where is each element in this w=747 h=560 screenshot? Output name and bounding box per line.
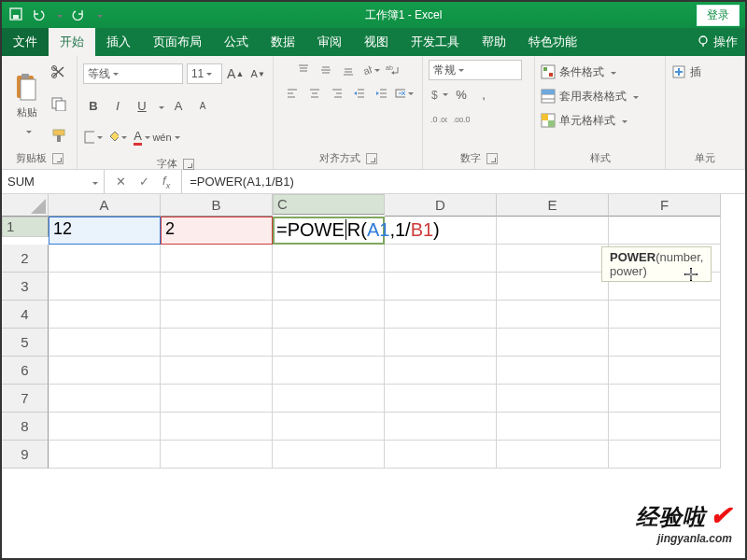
- row-head-2[interactable]: 2: [2, 245, 49, 273]
- undo-icon[interactable]: [32, 7, 45, 23]
- row-head-7[interactable]: 7: [2, 385, 49, 413]
- font-launcher-icon[interactable]: [183, 159, 194, 170]
- cell[interactable]: [49, 273, 161, 301]
- format-painter-icon[interactable]: [50, 128, 71, 145]
- cell[interactable]: [273, 385, 385, 413]
- cell[interactable]: [497, 441, 609, 469]
- cell[interactable]: [161, 357, 273, 385]
- cell[interactable]: [609, 301, 721, 329]
- row-head-6[interactable]: 6: [2, 357, 49, 385]
- row-head-8[interactable]: 8: [2, 413, 49, 441]
- tab-view[interactable]: 视图: [353, 28, 400, 56]
- cell[interactable]: [385, 301, 497, 329]
- orientation-icon[interactable]: ab: [360, 60, 381, 80]
- redo-icon[interactable]: [72, 7, 85, 23]
- cell[interactable]: [49, 357, 161, 385]
- cell[interactable]: [273, 329, 385, 357]
- tab-help[interactable]: 帮助: [471, 28, 517, 56]
- align-launcher-icon[interactable]: [366, 153, 377, 164]
- cell[interactable]: [609, 357, 721, 385]
- tab-special[interactable]: 特色功能: [517, 28, 588, 56]
- increase-font-icon[interactable]: A▲: [226, 63, 245, 84]
- cell[interactable]: [161, 301, 273, 329]
- tab-formulas[interactable]: 公式: [213, 28, 260, 56]
- save-icon[interactable]: [9, 7, 22, 23]
- align-bottom-icon[interactable]: [338, 60, 359, 80]
- cancel-icon[interactable]: ✕: [116, 175, 126, 189]
- select-all-corner[interactable]: [2, 194, 49, 217]
- cell[interactable]: [609, 441, 721, 469]
- font-name-select[interactable]: 等线: [83, 63, 183, 84]
- number-format-select[interactable]: 常规: [429, 60, 522, 80]
- underline-button[interactable]: U: [132, 95, 152, 116]
- login-button[interactable]: 登录: [697, 5, 740, 26]
- decrease-font-icon[interactable]: A▼: [248, 63, 267, 84]
- cell-A1[interactable]: 12: [49, 217, 161, 245]
- currency-icon[interactable]: $: [429, 84, 449, 105]
- cell[interactable]: [385, 385, 497, 413]
- tab-file[interactable]: 文件: [2, 28, 49, 56]
- cell[interactable]: [273, 245, 385, 273]
- cell[interactable]: [497, 301, 609, 329]
- cell[interactable]: [49, 301, 161, 329]
- border-button[interactable]: [83, 127, 104, 147]
- tab-review[interactable]: 审阅: [306, 28, 353, 56]
- increase-indent-icon[interactable]: [372, 83, 392, 104]
- copy-icon[interactable]: [50, 96, 71, 113]
- cell[interactable]: [49, 329, 161, 357]
- conditional-format-button[interactable]: 条件格式: [541, 60, 659, 84]
- col-B[interactable]: B: [161, 194, 273, 217]
- font-size-select[interactable]: 11: [187, 63, 222, 84]
- cell-styles-button[interactable]: 单元格样式: [541, 108, 659, 133]
- percent-icon[interactable]: %: [451, 84, 472, 105]
- cell-B1[interactable]: 2: [161, 217, 273, 245]
- tab-insert[interactable]: 插入: [95, 28, 142, 56]
- cell[interactable]: [497, 273, 609, 301]
- tab-developer[interactable]: 开发工具: [400, 28, 471, 56]
- cell[interactable]: [161, 413, 273, 441]
- align-right-icon[interactable]: [327, 83, 347, 104]
- cell[interactable]: [385, 441, 497, 469]
- formula-input[interactable]: =POWER(A1,1/B1): [182, 170, 745, 193]
- decrease-decimal-icon[interactable]: .00.0: [451, 108, 472, 129]
- merge-center-icon[interactable]: [394, 83, 415, 104]
- align-middle-icon[interactable]: [316, 60, 336, 80]
- shrink-font-icon[interactable]: A: [192, 95, 213, 116]
- align-top-icon[interactable]: [293, 60, 314, 80]
- phonetic-button[interactable]: wén: [156, 127, 176, 147]
- comma-icon[interactable]: ,: [473, 84, 494, 105]
- paste-button[interactable]: 粘贴: [7, 60, 47, 149]
- cell[interactable]: [161, 245, 273, 273]
- number-launcher-icon[interactable]: [486, 153, 498, 164]
- cell[interactable]: [497, 413, 609, 441]
- cell-C1[interactable]: =POWER(A1,1/B1) POWER(number, power): [273, 217, 385, 245]
- cell[interactable]: [49, 245, 161, 273]
- tell-me[interactable]: 操作: [697, 28, 745, 56]
- tab-page-layout[interactable]: 页面布局: [142, 28, 213, 56]
- cell[interactable]: [273, 441, 385, 469]
- clipboard-launcher-icon[interactable]: [52, 153, 63, 164]
- cell[interactable]: [497, 329, 609, 357]
- cell[interactable]: [161, 385, 273, 413]
- grow-font-icon[interactable]: A: [168, 95, 189, 116]
- undo-dropdown-icon[interactable]: [54, 8, 63, 21]
- cell[interactable]: [49, 413, 161, 441]
- col-C[interactable]: C: [273, 194, 385, 215]
- format-table-button[interactable]: 套用表格格式: [541, 84, 659, 108]
- cell[interactable]: [273, 273, 385, 301]
- col-A[interactable]: A: [49, 194, 161, 217]
- bold-button[interactable]: B: [83, 95, 104, 116]
- cell[interactable]: [497, 385, 609, 413]
- cell[interactable]: [385, 357, 497, 385]
- cell[interactable]: [49, 385, 161, 413]
- col-E[interactable]: E: [497, 194, 609, 217]
- col-D[interactable]: D: [385, 194, 497, 217]
- row-head-5[interactable]: 5: [2, 329, 49, 357]
- align-center-icon[interactable]: [304, 83, 325, 104]
- decrease-indent-icon[interactable]: [349, 83, 370, 104]
- cell[interactable]: [609, 385, 721, 413]
- cell[interactable]: [385, 413, 497, 441]
- underline-dropdown-icon[interactable]: [156, 97, 164, 114]
- qat-customize-icon[interactable]: [94, 8, 103, 21]
- paste-dropdown-icon[interactable]: [23, 121, 32, 138]
